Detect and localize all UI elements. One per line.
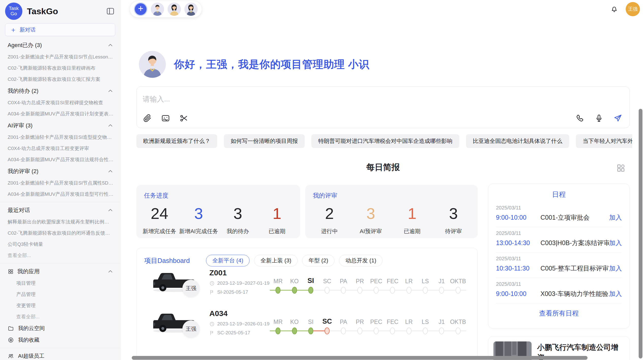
notifications-bell-icon[interactable] (610, 5, 619, 13)
sidebar-collapse-icon[interactable] (106, 7, 115, 16)
sidebar-section-header[interactable]: 我的待办 (2) (0, 85, 120, 97)
milestone-node[interactable] (390, 287, 395, 294)
milestone-node[interactable] (390, 327, 395, 334)
sidebar-item[interactable]: A034-全新新能源MUV产品开发项目计划变更表编写 (0, 108, 120, 119)
milestone-line (319, 285, 335, 295)
view-all-chats-link[interactable]: 查看全部... (0, 250, 120, 261)
join-meeting-link[interactable]: 加入 (609, 213, 622, 222)
sidebar-item[interactable]: C02-飞腾新能源轻客改款项目立项汇报方案 (0, 74, 120, 85)
send-icon[interactable] (613, 114, 622, 123)
milestone-segment (450, 331, 456, 331)
milestone-node[interactable] (292, 327, 297, 334)
user-avatar[interactable]: 王强 (626, 2, 640, 16)
sidebar-item[interactable]: C02-飞腾新能源轻客改款项目里程碑画布 (0, 63, 120, 74)
chat-composer[interactable]: 请输入... (136, 86, 630, 128)
new-chat-button[interactable]: ＋ 新对话 (5, 23, 115, 36)
view-all-apps-link[interactable]: 查看全部... (0, 311, 120, 322)
milestone-node[interactable] (308, 287, 313, 294)
join-meeting-link[interactable]: 加入 (609, 290, 622, 298)
vertical-scrollbar[interactable] (639, 109, 642, 358)
layout-grid-icon[interactable] (616, 163, 626, 173)
chevron-up-icon (107, 42, 114, 49)
sidebar-item[interactable]: A034-全新新能源MUV产品开发项目法规符合性评审 (0, 154, 120, 165)
horizontal-scrollbar[interactable] (132, 356, 588, 360)
sidebar-item[interactable]: Z001-全新燃油皮卡产品开发项目SI节点Lesson Learn报告 (0, 51, 120, 63)
suggestion-chip[interactable]: 当下年轻人对汽车外观有怎样的喜好趋势 (576, 134, 632, 148)
star-icon (8, 337, 14, 343)
sidebar-item[interactable]: C0X4-动力总成开发项目SI里程碑提交物检查 (0, 97, 120, 108)
dashboard-tab[interactable]: 动总开发 (1) (339, 255, 383, 266)
milestone-node[interactable] (439, 287, 444, 294)
milestone-node[interactable] (406, 287, 412, 294)
milestone-node[interactable] (357, 327, 362, 334)
agent-avatar[interactable] (184, 3, 198, 16)
milestone-segment (417, 290, 423, 291)
milestone-segment (297, 331, 303, 331)
sidebar-tool[interactable]: AI超级员工 (0, 350, 120, 360)
app-item[interactable]: 项目管理 (0, 278, 120, 289)
dashboard-tab[interactable]: 全新上装 (3) (254, 255, 298, 266)
sidebar-item[interactable]: A034-全新新能源MUV产品开发项目造型可行性评审 (0, 189, 120, 200)
sidebar-item[interactable]: C0X4-动力总成开发项目工程变更评审 (0, 143, 120, 154)
microphone-icon[interactable] (594, 114, 604, 123)
view-all-schedule-link[interactable]: 查看所有日程 (488, 303, 630, 323)
recent-chat-item[interactable]: 解释最新出台的欧盟报废车法规再生塑料比例被调至15%... (0, 216, 120, 228)
project-dates-row: 2023-12-19~2026-01-19 (209, 321, 269, 327)
agent-avatar[interactable] (151, 3, 164, 16)
project-code[interactable]: A034 (209, 309, 269, 318)
milestone-node[interactable] (357, 287, 362, 294)
milestone-node[interactable] (423, 327, 428, 334)
project-code[interactable]: Z001 (209, 268, 269, 277)
suggestion-chip[interactable]: 欧洲新规最近颁布了什么？ (136, 134, 217, 148)
milestone-node[interactable] (406, 327, 412, 334)
suggestion-chip[interactable]: 比亚迪全固态电池计划具体说了什么 (466, 134, 569, 148)
sidebar-section-header[interactable]: AI评审 (3) (0, 119, 120, 132)
milestone-node[interactable] (292, 287, 297, 294)
agent-avatar[interactable] (168, 3, 181, 16)
chat-input[interactable]: 请输入... (143, 94, 170, 104)
milestone-node[interactable] (275, 327, 281, 334)
milestone-node[interactable] (423, 287, 428, 294)
image-upload-icon[interactable] (161, 114, 170, 123)
milestone-node[interactable] (275, 287, 281, 294)
sidebar-link-folder[interactable]: 我的云空间 (0, 322, 120, 334)
milestone-node[interactable] (325, 287, 330, 294)
milestone-node[interactable] (456, 327, 461, 334)
milestone-node[interactable] (456, 287, 461, 294)
sidebar-link-star[interactable]: 我的收藏 (0, 334, 120, 346)
suggestion-chip[interactable]: 特朗普可能对进口汽车增税会对中国车企造成哪些影响 (311, 134, 459, 148)
sidebar-section-header[interactable]: 我的评审 (2) (0, 165, 120, 177)
milestone-node[interactable] (374, 327, 379, 334)
milestone-node[interactable] (308, 327, 313, 334)
milestone-line (335, 325, 352, 336)
sidebar-tools: AI超级员工帮我写作创意制图 (0, 350, 120, 360)
sidebar-item[interactable]: Z001-全新燃油轻卡产品开发项目SI造型提交物评审 (0, 132, 120, 143)
recent-chat-item[interactable]: C02-飞腾新能源轻客改款项目的闭环通告反馈情况 (0, 228, 120, 239)
dashboard-tab[interactable]: 年型 (2) (302, 255, 334, 266)
screenshot-scissors-icon[interactable] (179, 114, 188, 123)
dashboard-tab[interactable]: 全新平台 (4) (206, 255, 250, 266)
voice-call-icon[interactable] (576, 114, 585, 123)
milestone-node[interactable] (325, 327, 330, 334)
milestone-node[interactable] (341, 287, 346, 294)
sidebar-item[interactable]: Z001-全新燃油轻卡产品开发项目SI节点属性5D文件评审 (0, 177, 120, 189)
app-item[interactable]: 产品管理 (0, 289, 120, 300)
recent-chat-item[interactable]: 公司Q3轻卡销量 (0, 239, 120, 250)
sidebar-section-header[interactable]: 最近对话 (0, 204, 120, 216)
milestone-node[interactable] (374, 287, 379, 294)
join-meeting-link[interactable]: 加入 (609, 239, 622, 247)
sidebar-section-header[interactable]: 我的应用 (0, 265, 120, 278)
app-item[interactable]: 变更管理 (0, 300, 120, 311)
attachment-icon[interactable] (143, 114, 152, 123)
milestone-label: LS (422, 316, 429, 325)
sidebar-section-title: 我的应用 (17, 268, 107, 275)
milestone-node[interactable] (341, 327, 346, 334)
suggestion-chip[interactable]: 如何写一份清晰的项目周报 (224, 134, 305, 148)
milestone-node[interactable] (439, 327, 444, 334)
milestone: OKTB (450, 275, 466, 295)
add-agent-button[interactable]: + (134, 3, 147, 16)
milestone-line (433, 285, 450, 295)
milestone-label: FEC (387, 275, 398, 285)
sidebar-section-header[interactable]: Agent已办 (3) (0, 39, 120, 51)
join-meeting-link[interactable]: 加入 (609, 264, 622, 273)
